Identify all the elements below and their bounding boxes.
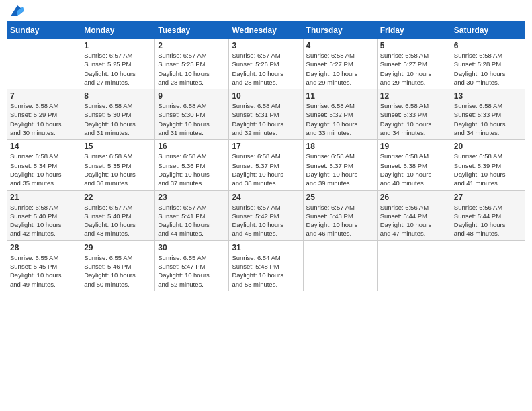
day-number: 21 [10,193,78,202]
calendar-week-row: 21Sunrise: 6:58 AM Sunset: 5:40 PM Dayli… [7,190,525,240]
day-number: 1 [84,41,152,50]
day-info: Sunrise: 6:57 AM Sunset: 5:43 PM Dayligh… [306,203,374,238]
calendar-cell: 7Sunrise: 6:58 AM Sunset: 5:29 PM Daylig… [7,89,81,140]
calendar-cell: 23Sunrise: 6:57 AM Sunset: 5:41 PM Dayli… [155,190,229,240]
day-info: Sunrise: 6:56 AM Sunset: 5:44 PM Dayligh… [380,203,448,238]
day-info: Sunrise: 6:58 AM Sunset: 5:39 PM Dayligh… [454,152,522,187]
day-number: 13 [454,91,522,101]
calendar-cell: 17Sunrise: 6:58 AM Sunset: 5:37 PM Dayli… [229,140,303,190]
day-number: 5 [380,41,448,50]
calendar-cell: 10Sunrise: 6:58 AM Sunset: 5:31 PM Dayli… [229,89,303,140]
day-info: Sunrise: 6:57 AM Sunset: 5:25 PM Dayligh… [158,51,226,87]
calendar-cell: 5Sunrise: 6:58 AM Sunset: 5:27 PM Daylig… [377,39,451,89]
logo [9,7,24,16]
calendar-cell: 16Sunrise: 6:58 AM Sunset: 5:36 PM Dayli… [155,140,229,190]
day-info: Sunrise: 6:58 AM Sunset: 5:29 PM Dayligh… [10,101,78,137]
day-number: 30 [158,243,226,253]
day-info: Sunrise: 6:58 AM Sunset: 5:27 PM Dayligh… [380,51,448,87]
calendar-header-row: SundayMondayTuesdayWednesdayThursdayFrid… [7,22,525,39]
day-number: 29 [84,243,152,253]
day-number: 16 [158,142,226,151]
calendar-cell: 9Sunrise: 6:58 AM Sunset: 5:30 PM Daylig… [155,89,229,140]
calendar-day-header: Saturday [451,22,525,39]
day-number: 26 [380,193,448,202]
day-number: 2 [158,41,226,50]
day-info: Sunrise: 6:58 AM Sunset: 5:30 PM Dayligh… [84,101,152,137]
calendar-cell: 14Sunrise: 6:58 AM Sunset: 5:34 PM Dayli… [7,140,81,190]
calendar-week-row: 1Sunrise: 6:57 AM Sunset: 5:25 PM Daylig… [7,39,525,89]
calendar-week-row: 14Sunrise: 6:58 AM Sunset: 5:34 PM Dayli… [7,140,525,190]
day-number: 17 [232,142,300,151]
day-number: 10 [232,91,300,101]
calendar-cell: 27Sunrise: 6:56 AM Sunset: 5:44 PM Dayli… [451,190,525,240]
calendar-cell [377,240,451,291]
calendar-cell: 21Sunrise: 6:58 AM Sunset: 5:40 PM Dayli… [7,190,81,240]
day-info: Sunrise: 6:58 AM Sunset: 5:27 PM Dayligh… [306,51,374,87]
calendar-day-header: Monday [81,22,155,39]
day-number: 25 [306,193,374,202]
day-number: 8 [84,91,152,101]
calendar-cell: 30Sunrise: 6:55 AM Sunset: 5:47 PM Dayli… [155,240,229,291]
day-info: Sunrise: 6:58 AM Sunset: 5:33 PM Dayligh… [454,101,522,137]
day-info: Sunrise: 6:58 AM Sunset: 5:34 PM Dayligh… [10,152,78,187]
calendar-cell [303,240,377,291]
day-number: 24 [232,193,300,202]
day-info: Sunrise: 6:58 AM Sunset: 5:32 PM Dayligh… [306,101,374,137]
day-number: 15 [84,142,152,151]
calendar-cell: 31Sunrise: 6:54 AM Sunset: 5:48 PM Dayli… [229,240,303,291]
calendar-day-header: Sunday [7,22,81,39]
day-number: 22 [84,193,152,202]
day-number: 3 [232,41,300,50]
day-number: 20 [454,142,522,151]
day-number: 6 [454,41,522,50]
day-info: Sunrise: 6:57 AM Sunset: 5:42 PM Dayligh… [232,203,300,238]
day-info: Sunrise: 6:55 AM Sunset: 5:45 PM Dayligh… [10,253,78,289]
calendar-cell: 24Sunrise: 6:57 AM Sunset: 5:42 PM Dayli… [229,190,303,240]
calendar-cell: 11Sunrise: 6:58 AM Sunset: 5:32 PM Dayli… [303,89,377,140]
calendar-week-row: 7Sunrise: 6:58 AM Sunset: 5:29 PM Daylig… [7,89,525,140]
day-info: Sunrise: 6:56 AM Sunset: 5:44 PM Dayligh… [454,203,522,238]
day-info: Sunrise: 6:55 AM Sunset: 5:46 PM Dayligh… [84,253,152,289]
calendar-day-header: Friday [377,22,451,39]
calendar-cell: 15Sunrise: 6:58 AM Sunset: 5:35 PM Dayli… [81,140,155,190]
calendar-cell: 18Sunrise: 6:58 AM Sunset: 5:37 PM Dayli… [303,140,377,190]
day-number: 28 [10,243,78,253]
calendar-cell: 2Sunrise: 6:57 AM Sunset: 5:25 PM Daylig… [155,39,229,89]
day-info: Sunrise: 6:58 AM Sunset: 5:30 PM Dayligh… [158,101,226,137]
calendar-cell: 20Sunrise: 6:58 AM Sunset: 5:39 PM Dayli… [451,140,525,190]
day-number: 27 [454,193,522,202]
day-info: Sunrise: 6:58 AM Sunset: 5:40 PM Dayligh… [10,203,78,238]
calendar-cell: 28Sunrise: 6:55 AM Sunset: 5:45 PM Dayli… [7,240,81,291]
day-info: Sunrise: 6:58 AM Sunset: 5:35 PM Dayligh… [84,152,152,187]
calendar-cell: 19Sunrise: 6:58 AM Sunset: 5:38 PM Dayli… [377,140,451,190]
calendar-day-header: Thursday [303,22,377,39]
page-header [7,7,525,16]
day-info: Sunrise: 6:58 AM Sunset: 5:36 PM Dayligh… [158,152,226,187]
day-info: Sunrise: 6:57 AM Sunset: 5:26 PM Dayligh… [232,51,300,87]
calendar-cell: 25Sunrise: 6:57 AM Sunset: 5:43 PM Dayli… [303,190,377,240]
day-number: 7 [10,91,78,101]
day-info: Sunrise: 6:58 AM Sunset: 5:33 PM Dayligh… [380,101,448,137]
day-number: 31 [232,243,300,253]
calendar-cell: 29Sunrise: 6:55 AM Sunset: 5:46 PM Dayli… [81,240,155,291]
day-info: Sunrise: 6:58 AM Sunset: 5:37 PM Dayligh… [306,152,374,187]
day-info: Sunrise: 6:57 AM Sunset: 5:40 PM Dayligh… [84,203,152,238]
calendar-cell: 6Sunrise: 6:58 AM Sunset: 5:28 PM Daylig… [451,39,525,89]
day-info: Sunrise: 6:57 AM Sunset: 5:25 PM Dayligh… [84,51,152,87]
calendar-cell: 8Sunrise: 6:58 AM Sunset: 5:30 PM Daylig… [81,89,155,140]
day-number: 11 [306,91,374,101]
calendar-cell: 13Sunrise: 6:58 AM Sunset: 5:33 PM Dayli… [451,89,525,140]
day-info: Sunrise: 6:58 AM Sunset: 5:37 PM Dayligh… [232,152,300,187]
day-number: 23 [158,193,226,202]
calendar-cell: 4Sunrise: 6:58 AM Sunset: 5:27 PM Daylig… [303,39,377,89]
calendar-cell [7,39,81,89]
calendar-cell: 22Sunrise: 6:57 AM Sunset: 5:40 PM Dayli… [81,190,155,240]
day-info: Sunrise: 6:54 AM Sunset: 5:48 PM Dayligh… [232,253,300,289]
calendar-cell: 1Sunrise: 6:57 AM Sunset: 5:25 PM Daylig… [81,39,155,89]
day-info: Sunrise: 6:57 AM Sunset: 5:41 PM Dayligh… [158,203,226,238]
calendar-day-header: Wednesday [229,22,303,39]
day-number: 18 [306,142,374,151]
day-number: 4 [306,41,374,50]
day-info: Sunrise: 6:58 AM Sunset: 5:28 PM Dayligh… [454,51,522,87]
logo-icon [11,5,24,16]
